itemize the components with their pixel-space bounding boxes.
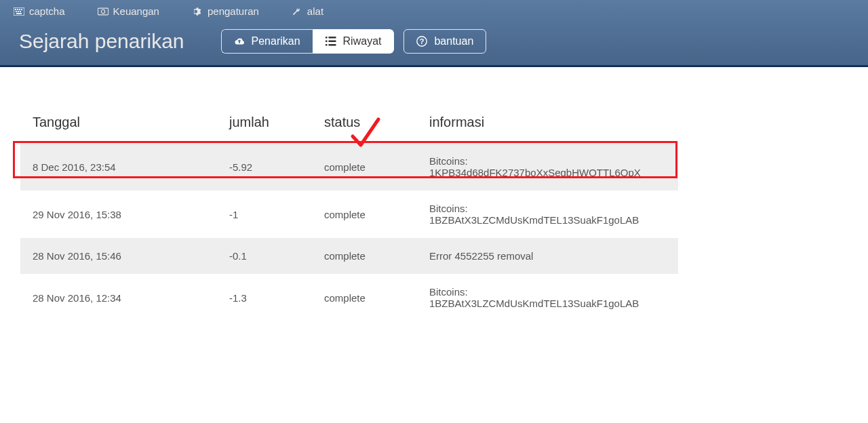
- svg-rect-6: [18, 11, 19, 12]
- help-button[interactable]: ? bantuan: [403, 29, 486, 54]
- page-title: Sejarah penarikan: [19, 30, 184, 53]
- wrench-icon: [292, 6, 302, 17]
- svg-rect-9: [98, 8, 108, 15]
- svg-rect-8: [16, 13, 22, 14]
- svg-rect-4: [21, 9, 22, 10]
- col-header-status: status: [312, 109, 417, 142]
- cell-date: 28 Nov 2016, 15:46: [20, 238, 217, 274]
- svg-rect-11: [326, 37, 328, 39]
- svg-rect-2: [17, 9, 18, 10]
- cell-info: Error 4552255 removal: [417, 238, 678, 274]
- svg-rect-7: [20, 11, 21, 12]
- gear-icon: [192, 6, 203, 17]
- col-header-date: Tanggal: [20, 109, 217, 142]
- content: Tanggal jumlah status informasi 8 Dec 20…: [0, 67, 868, 321]
- help-icon: ?: [416, 36, 427, 47]
- svg-rect-14: [328, 37, 336, 39]
- nav-alat[interactable]: alat: [292, 5, 323, 17]
- button-group: Penarikan Riwayat ? bantuan: [221, 29, 487, 54]
- cell-status: complete: [312, 142, 417, 191]
- list-icon: [326, 36, 336, 47]
- cell-info: Bitcoins: 1KPB34d68dFK2737boXxSegbHWQTTL…: [417, 142, 678, 191]
- withdraw-button[interactable]: Penarikan: [221, 29, 313, 54]
- nav-captcha[interactable]: captcha: [14, 5, 65, 17]
- title-row: Sejarah penarikan Penarikan Riwayat: [0, 26, 868, 54]
- withdrawal-table: Tanggal jumlah status informasi 8 Dec 20…: [20, 109, 678, 321]
- button-label: Penarikan: [252, 35, 300, 47]
- keyboard-icon: [14, 6, 24, 17]
- cell-amount: -1: [217, 190, 312, 238]
- nav-label: pengaturan: [208, 5, 259, 17]
- cell-status: complete: [312, 274, 417, 321]
- cell-amount: -1.3: [217, 274, 312, 321]
- cell-info: Bitcoins: 1BZBAtX3LZCMdUsKmdTEL13SuakF1g…: [417, 274, 678, 321]
- svg-point-10: [101, 9, 104, 13]
- table-row: 28 Nov 2016, 12:34-1.3completeBitcoins: …: [20, 274, 678, 321]
- header-section: captcha Keuangan pengaturan alat Sejarah…: [0, 0, 868, 67]
- svg-rect-13: [326, 44, 328, 46]
- cell-date: 29 Nov 2016, 15:38: [20, 190, 217, 238]
- nav-label: Keuangan: [113, 5, 159, 17]
- nav-label: captcha: [29, 5, 65, 17]
- cell-info: Bitcoins: 1BZBAtX3LZCMdUsKmdTEL13SuakF1g…: [417, 190, 678, 238]
- cloud-upload-icon: [234, 36, 245, 47]
- table-row: 28 Nov 2016, 15:46-0.1completeError 4552…: [20, 238, 678, 274]
- col-header-amount: jumlah: [217, 109, 312, 142]
- pill-group: Penarikan Riwayat: [221, 29, 395, 54]
- cell-status: complete: [312, 190, 417, 238]
- cell-date: 28 Nov 2016, 12:34: [20, 274, 217, 321]
- content-wrap: Tanggal jumlah status informasi 8 Dec 20…: [0, 67, 868, 321]
- cell-amount: -0.1: [217, 238, 312, 274]
- col-header-info: informasi: [417, 109, 678, 142]
- button-label: bantuan: [434, 35, 473, 47]
- table-row: 8 Dec 2016, 23:54-5.92completeBitcoins: …: [20, 142, 678, 191]
- svg-rect-15: [328, 41, 336, 43]
- svg-rect-16: [328, 44, 336, 46]
- money-icon: [98, 6, 108, 17]
- nav-label: alat: [307, 5, 323, 17]
- cell-amount: -5.92: [217, 142, 312, 191]
- history-button[interactable]: Riwayat: [313, 29, 395, 54]
- svg-rect-1: [15, 9, 16, 10]
- svg-text:?: ?: [420, 37, 425, 45]
- top-nav: captcha Keuangan pengaturan alat: [0, 0, 868, 26]
- table-row: 29 Nov 2016, 15:38-1completeBitcoins: 1B…: [20, 190, 678, 238]
- button-label: Riwayat: [343, 35, 382, 47]
- cell-status: complete: [312, 238, 417, 274]
- svg-rect-5: [16, 11, 17, 12]
- cell-date: 8 Dec 2016, 23:54: [20, 142, 217, 191]
- svg-rect-12: [326, 41, 328, 43]
- nav-keuangan[interactable]: Keuangan: [98, 5, 159, 17]
- nav-pengaturan[interactable]: pengaturan: [192, 5, 259, 17]
- svg-rect-3: [19, 9, 20, 10]
